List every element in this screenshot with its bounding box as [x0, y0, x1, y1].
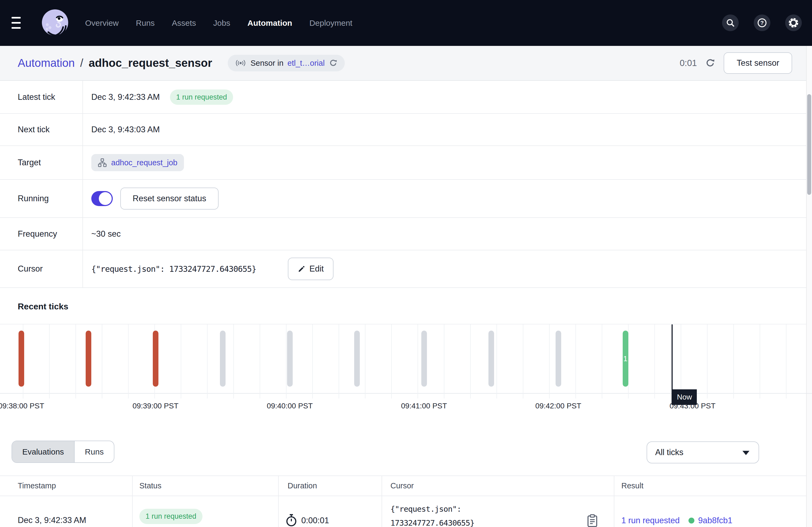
nav-item-automation[interactable]: Automation [247, 18, 292, 28]
test-sensor-button[interactable]: Test sensor [724, 52, 792, 74]
search-icon [726, 18, 735, 28]
reload-location-icon[interactable] [329, 59, 338, 67]
column-header-timestamp: Timestamp [18, 481, 56, 490]
top-nav-bar: Overview Runs Assets Jobs Automation Dep… [0, 0, 812, 46]
nav-item-runs[interactable]: Runs [136, 18, 155, 28]
edit-button-label: Edit [309, 264, 323, 274]
code-location-link[interactable]: etl_t…orial [288, 59, 325, 67]
view-mode-tabs: Evaluations Runs [12, 441, 114, 463]
row-status-badge: 1 run requested [139, 508, 202, 525]
tick-bar[interactable] [555, 331, 561, 387]
main-nav: Overview Runs Assets Jobs Automation Dep… [85, 0, 352, 46]
tick-bar[interactable] [287, 331, 293, 387]
gridline [181, 325, 181, 398]
breadcrumb-automation-link[interactable]: Automation [18, 57, 75, 70]
gridline [549, 325, 550, 398]
gridline [496, 325, 497, 398]
latest-tick-label: Latest tick [18, 92, 55, 102]
tick-bar[interactable] [354, 331, 360, 387]
column-header-cursor: Cursor [390, 481, 414, 490]
target-job-pill[interactable]: adhoc_request_job [91, 154, 184, 171]
tick-bar[interactable] [421, 331, 427, 387]
gridline [391, 325, 392, 398]
tick-bar[interactable]: 1 [623, 331, 628, 387]
axis-tick-label: 09:42:00 PST [515, 402, 601, 410]
run-status-dot [688, 517, 694, 524]
row-result-link[interactable]: 1 run requested [621, 516, 680, 525]
next-tick-value: Dec 3, 9:43:03 AM [91, 125, 160, 134]
row-cursor-line1: {"request.json": [390, 505, 461, 514]
gridline [681, 325, 681, 398]
menu-icon[interactable] [12, 17, 21, 29]
chevron-down-icon [742, 451, 750, 455]
page-title: adhoc_request_sensor [89, 57, 212, 70]
next-tick-row: Next tick Dec 3, 9:43:03 AM [0, 114, 812, 146]
axis-tick-label: 09:41:00 PST [381, 402, 467, 410]
column-divider [132, 476, 133, 527]
row-timestamp: Dec 3, 9:42:33 AM [18, 515, 86, 525]
column-header-duration: Duration [288, 481, 317, 490]
tab-evaluations[interactable]: Evaluations [12, 441, 74, 462]
recent-ticks-chart: Now 09:38:00 PST09:39:00 PST09:40:00 PST… [0, 324, 812, 420]
frequency-value: ~30 sec [91, 229, 120, 239]
ticks-filter-select[interactable]: All ticks [647, 441, 759, 463]
gear-icon [788, 17, 799, 28]
gridline [654, 325, 655, 398]
nav-item-deployment[interactable]: Deployment [309, 18, 352, 28]
breadcrumb: Automation / adhoc_request_sensor Sensor… [18, 46, 345, 80]
gridline [49, 325, 50, 398]
scrollbar-thumb[interactable] [807, 94, 811, 195]
latest-tick-status-badge: 1 run requested [170, 89, 233, 105]
refresh-icon[interactable] [705, 58, 715, 69]
axis-tick-label: 09:39:00 PST [113, 402, 199, 410]
frequency-row: Frequency ~30 sec [0, 218, 812, 250]
latest-tick-value: Dec 3, 9:42:33 AM [91, 92, 160, 102]
running-label: Running [18, 194, 48, 204]
reset-sensor-status-button[interactable]: Reset sensor status [120, 187, 219, 210]
gridline [760, 325, 760, 398]
gridline [233, 325, 234, 398]
tick-bar[interactable] [489, 331, 494, 387]
sensor-location-badge: Sensor in etl_t…orial [228, 55, 345, 71]
now-marker-label: Now [672, 389, 697, 405]
copy-cursor-icon[interactable] [587, 514, 598, 527]
target-job-link[interactable]: adhoc_request_job [111, 158, 177, 167]
gridline [707, 325, 708, 398]
gridline [470, 325, 471, 398]
running-toggle[interactable] [91, 191, 113, 206]
tick-bar[interactable] [153, 331, 158, 387]
evaluations-table: Timestamp Status Duration Cursor Result … [0, 476, 812, 527]
gridline [733, 325, 734, 398]
settings-button[interactable] [785, 15, 802, 31]
gridline [444, 325, 445, 398]
refresh-countdown: 0:01 [680, 58, 697, 68]
dagster-logo-icon[interactable] [40, 8, 70, 38]
column-divider [278, 476, 279, 527]
tab-runs[interactable]: Runs [74, 441, 114, 462]
recent-ticks-title: Recent ticks [18, 302, 69, 312]
column-header-status: Status [139, 481, 161, 490]
row-duration: 0:00:01 [301, 516, 329, 525]
help-icon: ? [757, 18, 767, 28]
sensor-badge-prefix: Sensor in [250, 59, 284, 67]
svg-text:?: ? [760, 19, 764, 26]
tick-bar[interactable] [220, 331, 226, 387]
search-button[interactable] [722, 15, 739, 31]
scrollbar-track [806, 46, 812, 527]
cursor-value: {"request.json": 1733247727.6430655} [91, 264, 256, 274]
tick-bar[interactable] [18, 331, 24, 387]
axis-tick-label: 09:40:00 PST [247, 402, 333, 410]
gridline [786, 325, 786, 398]
ticks-filter-value: All ticks [655, 448, 683, 457]
job-icon [98, 158, 107, 167]
tick-bar[interactable] [86, 331, 91, 387]
nav-item-overview[interactable]: Overview [85, 18, 119, 28]
gridline [312, 325, 313, 398]
sensor-details-table: Latest tick Dec 3, 9:42:33 AM 1 run requ… [0, 81, 812, 288]
help-button[interactable]: ? [754, 15, 770, 31]
next-tick-label: Next tick [18, 125, 50, 134]
edit-cursor-button[interactable]: Edit [288, 258, 333, 280]
row-run-id-link[interactable]: 9ab8fcb1 [698, 516, 733, 525]
nav-item-jobs[interactable]: Jobs [213, 18, 230, 28]
nav-item-assets[interactable]: Assets [172, 18, 196, 28]
